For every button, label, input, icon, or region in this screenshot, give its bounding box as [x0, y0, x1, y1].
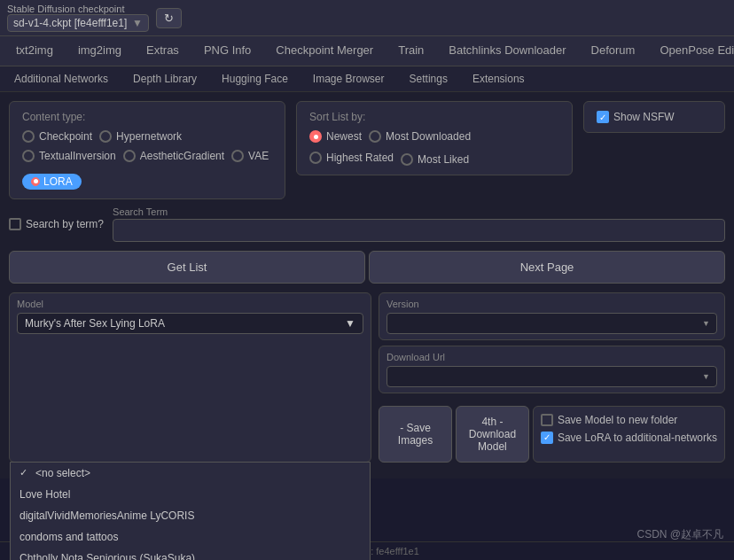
radio-most-liked[interactable]: Most Liked — [401, 153, 469, 166]
radio-hypernetwork[interactable]: Hypernetwork — [99, 130, 182, 143]
radio-most-liked-circle — [401, 153, 413, 166]
filter-section: Content type: Checkpoint Hypernetwork Te… — [9, 101, 725, 199]
sort-list-label: Sort List by: — [309, 111, 559, 123]
save-lora-box — [541, 432, 553, 444]
radio-most-downloaded-circle — [369, 130, 381, 143]
search-by-term-box — [9, 218, 21, 230]
version-section: Version — [379, 292, 725, 340]
tab-train[interactable]: Train — [386, 36, 436, 66]
radio-textualinversion[interactable]: TextualInversion — [22, 150, 116, 162]
save-options: Save Model to new folder Save LoRA to ad… — [533, 406, 725, 463]
download-url-select[interactable] — [387, 366, 717, 387]
sub-tab-depth-library[interactable]: Depth Library — [122, 68, 207, 89]
sub-tab-settings[interactable]: Settings — [399, 68, 458, 89]
sub-tabs: Additional Networks Depth Library Huggin… — [0, 66, 734, 92]
download-model-button[interactable]: 4th - Download Model — [456, 406, 529, 463]
download-url-section: Download Url — [379, 346, 725, 393]
download-url-label: Download Url — [387, 352, 717, 362]
nsfw-section: Show NSFW — [583, 101, 725, 133]
main-content: Content type: Checkpoint Hypernetwork Te… — [0, 92, 734, 478]
version-select[interactable] — [387, 313, 717, 334]
show-nsfw-checkbox[interactable]: Show NSFW — [597, 111, 675, 123]
next-page-button[interactable]: Next Page — [369, 251, 725, 284]
radio-vae-circle — [231, 150, 244, 162]
sort-list-group: Newest Most Downloaded Highest Rated Mos… — [309, 130, 559, 166]
model-section: Model Murky's After Sex Lying LoRA ▼ <no… — [9, 292, 371, 463]
tab-extras[interactable]: Extras — [134, 36, 191, 66]
radio-checkpoint-circle — [22, 130, 35, 143]
download-url-wrapper — [387, 366, 717, 387]
action-buttons-row: - Save Images 4th - Download Model Save … — [379, 406, 725, 463]
tab-checkpoint-merger[interactable]: Checkpoint Merger — [263, 36, 386, 66]
watermark: CSDN @赵卓不凡 — [636, 527, 723, 542]
show-nsfw-checkbox-box — [597, 111, 609, 123]
tab-pnginfo[interactable]: PNG Info — [191, 36, 263, 66]
top-bar: Stable Diffusion checkpoint sd-v1-4.ckpt… — [0, 0, 734, 36]
radio-aestheticgradient[interactable]: AestheticGradient — [123, 150, 224, 162]
checkpoint-title: Stable Diffusion checkpoint — [7, 4, 149, 14]
radio-highest-rated[interactable]: Highest Rated — [309, 150, 394, 166]
model-option-digital-vivid[interactable]: digitalVividMemoriesAnime LyCORIS — [11, 505, 370, 526]
search-by-term-checkbox[interactable]: Search by term? — [9, 218, 104, 230]
search-input[interactable] — [113, 219, 725, 242]
model-section-label: Model — [17, 299, 363, 309]
radio-most-downloaded[interactable]: Most Downloaded — [369, 130, 471, 143]
checkpoint-dropdown[interactable]: sd-v1-4.ckpt [fe4efff1e1] ▼ — [7, 14, 149, 32]
model-dropdown-trigger[interactable]: Murky's After Sex Lying LoRA ▼ — [17, 313, 363, 334]
tab-img2img[interactable]: img2img — [66, 36, 134, 66]
lora-badge[interactable]: LORA — [22, 174, 82, 190]
content-type-group: Checkpoint Hypernetwork TextualInversion… — [22, 130, 272, 190]
content-type-box: Content type: Checkpoint Hypernetwork Te… — [9, 101, 285, 199]
buttons-row: Get List Next Page — [9, 251, 725, 284]
get-list-button[interactable]: Get List — [9, 251, 365, 284]
search-section: Search by term? Search Term — [9, 206, 725, 242]
sub-tab-hugging-face[interactable]: Hugging Face — [211, 68, 299, 89]
radio-highest-rated-circle — [309, 152, 322, 164]
radio-aestheticgradient-circle — [123, 150, 136, 162]
model-version-row: Model Murky's After Sex Lying LoRA ▼ <no… — [9, 292, 725, 463]
search-term-label: Search Term — [113, 206, 725, 217]
tab-deforum[interactable]: Deforum — [579, 36, 648, 66]
radio-hypernetwork-circle — [99, 130, 112, 143]
version-select-wrapper — [387, 313, 717, 334]
radio-textualinversion-circle — [22, 150, 35, 162]
model-option-chtholly[interactable]: Chtholly Nota Seniorious (SukaSuka) — [11, 548, 370, 561]
model-option-no-select[interactable]: <no select> — [11, 463, 370, 484]
save-lora-checkbox[interactable]: Save LoRA to additional-networks — [541, 432, 717, 444]
refresh-checkpoint-button[interactable]: ↻ — [156, 8, 182, 28]
tab-openpose[interactable]: OpenPose Editor — [647, 36, 734, 66]
sub-tab-extensions[interactable]: Extensions — [462, 68, 535, 89]
model-option-condoms[interactable]: condoms and tattoos — [11, 526, 370, 548]
sub-tab-additional-networks[interactable]: Additional Networks — [4, 68, 119, 89]
save-new-folder-box — [541, 414, 553, 426]
radio-checkpoint[interactable]: Checkpoint — [22, 130, 92, 143]
radio-vae[interactable]: VAE — [231, 150, 269, 162]
sub-tab-image-browser[interactable]: Image Browser — [302, 68, 395, 89]
search-term-wrapper: Search Term — [113, 206, 725, 242]
version-label: Version — [387, 299, 717, 309]
tab-batchlinks[interactable]: Batchlinks Downloader — [436, 36, 578, 66]
main-tabs: txt2img img2img Extras PNG Info Checkpoi… — [0, 36, 734, 66]
radio-newest[interactable]: Newest — [309, 130, 362, 143]
save-new-folder-checkbox[interactable]: Save Model to new folder — [541, 414, 717, 426]
radio-newest-circle — [309, 130, 322, 143]
show-nsfw-label: Show NSFW — [613, 111, 675, 123]
model-option-love-hotel[interactable]: Love Hotel — [11, 484, 370, 505]
tab-txt2img[interactable]: txt2img — [4, 36, 66, 66]
sort-list-box: Sort List by: Newest Most Downloaded Hig… — [296, 101, 573, 175]
search-by-term-label: Search by term? — [26, 218, 104, 230]
save-images-button[interactable]: - Save Images — [379, 406, 452, 463]
content-type-label: Content type: — [22, 111, 272, 123]
model-dropdown-list: <no select> Love Hotel digitalVividMemor… — [10, 462, 371, 561]
radio-lora-circle — [31, 177, 40, 186]
